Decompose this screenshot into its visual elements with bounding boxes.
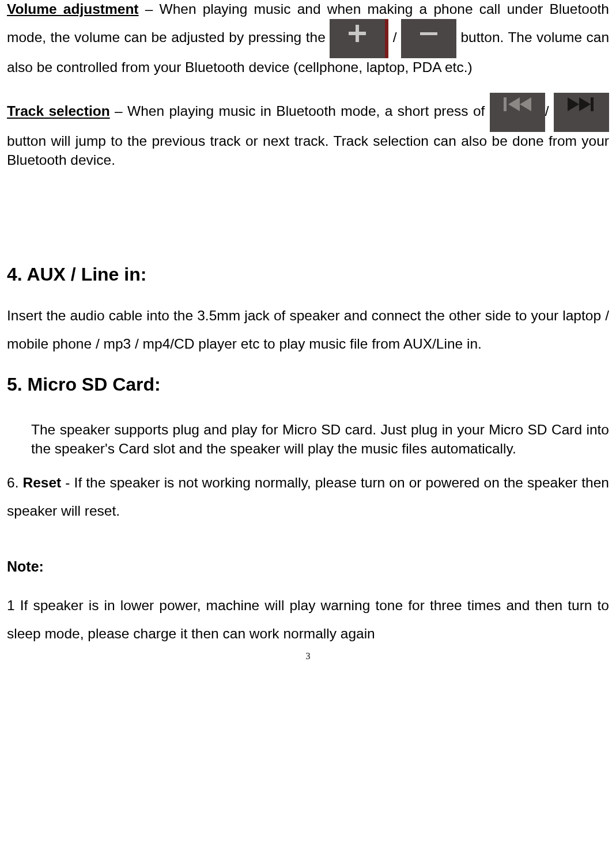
previous-track-icon xyxy=(490,93,545,132)
document-page: Volume adjustment – When playing music a… xyxy=(0,0,616,673)
paragraph-sd: The speaker supports plug and play for M… xyxy=(7,421,609,458)
svg-marker-5 xyxy=(508,97,520,111)
paragraph-note: 1 If speaker is in lower power, machine … xyxy=(7,591,609,648)
svg-rect-1 xyxy=(349,32,366,35)
reset-prefix: 6. xyxy=(7,475,23,490)
label-track: Track selection xyxy=(7,104,110,119)
paragraph-track: Track selection – When playing music in … xyxy=(7,93,609,169)
text-track-a: – When playing music in Bluetooth mode, … xyxy=(110,104,490,119)
paragraph-volume: Volume adjustment – When playing music a… xyxy=(7,0,609,77)
separator-volume: / xyxy=(388,29,401,45)
svg-marker-6 xyxy=(520,97,531,111)
separator-track: / xyxy=(545,104,554,119)
heading-sd: 5. Micro SD Card: xyxy=(7,374,609,395)
text-track-b: button will jump to the previous track o… xyxy=(7,133,609,168)
svg-rect-3 xyxy=(504,97,507,111)
heading-aux: 4. AUX / Line in: xyxy=(7,264,609,285)
svg-marker-7 xyxy=(568,97,579,111)
label-reset: Reset xyxy=(23,475,62,490)
page-number: 3 xyxy=(7,651,609,661)
text-reset: - If the speaker is not working normally… xyxy=(7,475,609,519)
svg-marker-8 xyxy=(579,97,591,111)
label-volume: Volume adjustment xyxy=(7,1,139,17)
svg-rect-9 xyxy=(591,97,594,111)
paragraph-reset: 6. Reset - If the speaker is not working… xyxy=(7,468,609,525)
paragraph-aux: Insert the audio cable into the 3.5mm ja… xyxy=(7,301,609,358)
plus-icon xyxy=(330,19,388,58)
minus-icon xyxy=(401,19,456,58)
svg-rect-2 xyxy=(420,32,437,35)
heading-note: Note: xyxy=(7,558,609,575)
next-track-icon xyxy=(554,93,609,132)
